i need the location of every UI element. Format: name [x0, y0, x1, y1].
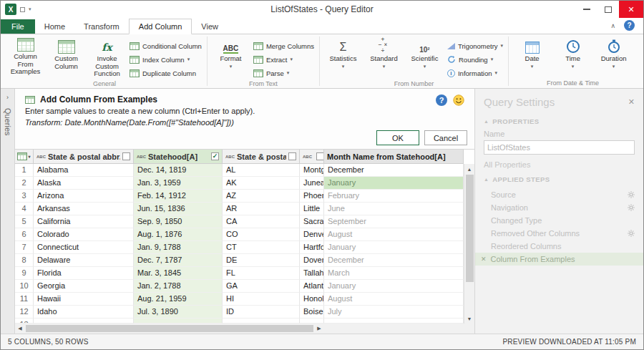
vertical-scroll-thumb[interactable] [466, 175, 474, 282]
cell-month[interactable]: September [324, 215, 464, 228]
help-icon[interactable]: ? [624, 20, 635, 31]
tab-add-column[interactable]: Add Column [129, 19, 192, 34]
horizontal-scrollbar[interactable]: ◀ ▶ [15, 324, 324, 334]
index-column-button[interactable]: Index Column ▾ [127, 53, 204, 66]
table-row[interactable]: 12IdahoJul. 3, 1890IDBoiseJuly [15, 306, 474, 319]
time-button[interactable]: Time ▾ [552, 37, 593, 78]
parse-button[interactable]: Parse ▾ [251, 67, 316, 79]
cell-month[interactable]: August [324, 228, 464, 241]
scroll-up-icon[interactable]: ▲ [464, 164, 474, 174]
scroll-right-icon[interactable]: ▶ [314, 324, 324, 334]
tab-transform[interactable]: Transform [74, 19, 129, 34]
table-row[interactable]: 10GeorgiaJan. 2, 1788GAAtlantJanuary [15, 280, 474, 293]
column-header[interactable]: ABCStatehood[A]✓ [134, 150, 223, 164]
duration-button[interactable]: Duration ▾ [593, 37, 634, 78]
cell-month[interactable]: February [324, 190, 464, 203]
gear-icon[interactable] [628, 204, 635, 211]
cell-month[interactable]: January [324, 280, 464, 293]
table-row[interactable]: 8DelawareDec. 7, 1787DEDoverDecember [15, 254, 474, 267]
ribbon-group-from-datetime: Date ▾ Time ▾ Duration ▾ From Date & Tim… [509, 34, 637, 88]
query-name-input[interactable] [484, 140, 635, 155]
standard-button[interactable]: +−×÷ Standard ▾ [364, 37, 404, 78]
delete-step-icon[interactable]: ✕ [481, 256, 487, 263]
scroll-down-icon[interactable]: ▼ [464, 313, 474, 324]
scientific-button[interactable]: 10² Scientific ▾ [404, 37, 445, 78]
applied-step[interactable]: Source [475, 188, 643, 201]
column-select-checkbox[interactable] [288, 152, 296, 160]
merge-columns-button[interactable]: Merge Columns [251, 39, 316, 52]
conditional-column-button[interactable]: Conditional Column [127, 39, 204, 52]
column-select-checkbox[interactable] [122, 152, 130, 160]
ok-button[interactable]: OK [376, 130, 419, 145]
close-button[interactable]: ✕ [619, 1, 643, 18]
table-row[interactable]: 6ColoradoAug. 1, 1876CODenveAugust [15, 228, 474, 241]
table-row[interactable]: 4ArkansasJun. 15, 1836ARLittleJune [15, 203, 474, 215]
quick-access-icon[interactable] [20, 7, 25, 12]
column-header[interactable]: ABCState & posta... [223, 150, 300, 164]
cell-month[interactable]: December [324, 164, 464, 177]
statistics-button[interactable]: Σ Statistics ▾ [323, 37, 364, 78]
table-row[interactable]: 1AlabamaDec. 14, 1819ALMontgDecember [15, 164, 474, 177]
cell-capital: Dover [300, 254, 324, 267]
properties-section-header[interactable]: ▲ PROPERTIES [475, 111, 643, 127]
information-button[interactable]: i Information ▾ [445, 67, 505, 79]
maximize-button[interactable] [597, 1, 619, 18]
applied-step[interactable]: Navigation [475, 201, 643, 214]
custom-column-button[interactable]: Custom Column [46, 37, 87, 78]
minimize-button[interactable] [576, 1, 597, 18]
invoke-custom-function-button[interactable]: fx Invoke Custom Function [87, 37, 127, 78]
cell-month[interactable]: December [324, 254, 464, 267]
cell-month[interactable]: July [324, 306, 464, 319]
gear-icon[interactable] [628, 191, 635, 198]
table-row[interactable]: 13 [15, 319, 474, 324]
applied-steps-section-header[interactable]: ▲ APPLIED STEPS [475, 169, 643, 185]
cell-month[interactable]: January [324, 241, 464, 254]
trigonometry-button[interactable]: Trigonometry ▾ [445, 39, 505, 52]
applied-step[interactable]: Changed Type [475, 214, 643, 227]
cell-month[interactable]: June [324, 203, 464, 215]
applied-step[interactable]: ✕Column From Examples [475, 253, 643, 266]
scroll-left-icon[interactable]: ◀ [15, 324, 25, 334]
duplicate-column-button[interactable]: Duplicate Column [127, 67, 204, 79]
column-select-checkbox[interactable]: ✓ [211, 152, 219, 160]
quick-access-caret-icon[interactable]: ▾ [29, 6, 31, 12]
button-label: Date [525, 55, 540, 63]
applied-step[interactable]: Removed Other Columns [475, 227, 643, 240]
cell-month[interactable]: March [324, 267, 464, 280]
table-row[interactable]: 11HawaiiAug. 21, 1959HIHonolAugust [15, 293, 474, 306]
column-header[interactable]: ABCC... [300, 150, 324, 164]
cell-month[interactable]: January [324, 177, 464, 190]
extract-button[interactable]: Extract ▾ [251, 53, 316, 66]
tab-view[interactable]: View [192, 19, 228, 34]
column-header[interactable]: ABCState & postal abbr... [34, 150, 134, 164]
button-label: Index Column [142, 56, 185, 64]
column-header[interactable]: Month Name from Statehood[A] [324, 150, 464, 164]
rounding-button[interactable]: Rounding ▾ [445, 53, 505, 66]
gear-icon[interactable] [628, 230, 635, 237]
collapse-ribbon-icon[interactable]: ∧ [610, 22, 615, 29]
row-number-header[interactable]: ▾ [15, 150, 34, 164]
queries-pane-collapsed[interactable]: › Queries [1, 89, 15, 334]
cell-month[interactable]: August [324, 293, 464, 306]
table-row[interactable]: 5CaliforniaSep. 9, 1850CASacraSeptember [15, 215, 474, 228]
horizontal-scroll-thumb[interactable] [26, 325, 313, 332]
date-button[interactable]: Date ▾ [512, 37, 552, 78]
expand-queries-icon[interactable]: › [6, 94, 9, 101]
table-row[interactable]: 3ArizonaFeb. 14, 1912AZPhoenFebruary [15, 190, 474, 203]
tab-home[interactable]: Home [35, 19, 74, 34]
column-select-checkbox[interactable] [316, 152, 324, 160]
table-row[interactable]: 2AlaskaJan. 3, 1959AKJuneaJanuary [15, 177, 474, 190]
cell-month[interactable] [324, 319, 464, 324]
close-icon[interactable]: ✕ [628, 97, 635, 107]
feedback-smiley-icon[interactable] [453, 94, 464, 106]
tab-file[interactable]: File [1, 19, 35, 34]
all-properties-link[interactable]: All Properties [475, 155, 643, 169]
help-icon[interactable]: ? [436, 94, 447, 106]
applied-step[interactable]: Reordered Columns [475, 240, 643, 253]
table-row[interactable]: 7ConnecticutJan. 9, 1788CTHartfoJanuary [15, 241, 474, 254]
table-row[interactable]: 9FloridaMar. 3, 1845FLTallahMarch [15, 267, 474, 280]
format-button[interactable]: ABC Format ▾ [210, 37, 251, 78]
column-from-examples-button[interactable]: Column From Examples ▾ [5, 37, 46, 78]
vertical-scrollbar[interactable]: ▲ ▼ [464, 164, 474, 324]
cancel-button[interactable]: Cancel [424, 130, 467, 145]
